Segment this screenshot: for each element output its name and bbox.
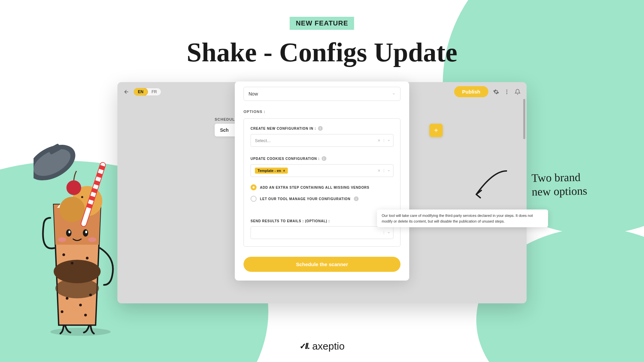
svg-point-31	[83, 229, 88, 237]
config-modal: Now OPTIONS : CREATE NEW CONFIGURATION I…	[235, 81, 409, 281]
svg-point-30	[66, 229, 71, 237]
svg-point-12	[61, 310, 63, 313]
chevron-down-icon	[392, 92, 395, 96]
svg-point-16	[81, 196, 83, 198]
remove-tag-icon[interactable]: ×	[283, 169, 285, 173]
page-title: Shake - Configs Update	[187, 37, 458, 68]
svg-point-10	[79, 304, 82, 306]
select-placeholder: Select...	[251, 138, 374, 143]
svg-point-7	[71, 262, 73, 264]
logo-checkmark-icon: ✓//.	[300, 342, 309, 351]
info-icon[interactable]: i	[354, 196, 359, 201]
info-icon[interactable]: i	[318, 126, 323, 131]
topbar-left: EN FR	[123, 88, 161, 96]
select-arrow[interactable]	[384, 231, 393, 234]
svg-point-34	[58, 237, 66, 242]
scrollbar[interactable]	[523, 99, 525, 139]
svg-point-2	[506, 93, 507, 94]
plus-icon: +	[434, 127, 438, 134]
chevron-down-icon	[387, 231, 390, 234]
tooltip: Our tool will take care of modifying the…	[377, 209, 548, 227]
gear-icon[interactable]	[493, 89, 499, 95]
update-config-select[interactable]: Template - en × ×	[251, 164, 393, 177]
radio-unchecked-icon	[251, 196, 257, 202]
svg-point-13	[84, 314, 87, 316]
select-arrow[interactable]	[384, 169, 393, 172]
options-heading: OPTIONS :	[244, 110, 400, 114]
create-config-label: CREATE NEW CONFIGURATION IN : i	[251, 126, 393, 131]
radio-option-auto-manage[interactable]: LET OUR TOOL MANAGE YOUR CONFIGURATION i	[251, 196, 393, 202]
emails-label: SEND RESULTS TO EMAILS : (OPTIONAL) :	[251, 219, 393, 223]
clear-icon[interactable]: ×	[374, 138, 384, 143]
update-config-label: UPDATE COOKIES CONFIGURATION : i	[251, 156, 393, 161]
svg-point-1	[506, 91, 507, 92]
schedule-time-select[interactable]: Now	[244, 87, 400, 101]
selected-tag-container: Template - en ×	[251, 168, 374, 174]
svg-point-33	[85, 231, 87, 233]
radio-checked-icon	[251, 184, 257, 190]
svg-point-35	[88, 237, 96, 242]
svg-point-0	[506, 89, 507, 90]
publish-button[interactable]: Publish	[454, 86, 488, 97]
app-window: EN FR Publish SCHEDULE Sch + Now OPTIONS…	[117, 82, 527, 303]
annotation-text: Two brand new options	[531, 171, 587, 199]
svg-point-11	[89, 294, 92, 296]
brand-name: axeptio	[312, 341, 345, 352]
language-switcher[interactable]: EN FR	[133, 88, 161, 96]
lang-en[interactable]: EN	[133, 88, 148, 96]
lang-fr[interactable]: FR	[148, 88, 161, 96]
chevron-down-icon	[387, 139, 390, 142]
select-arrow[interactable]	[384, 139, 393, 142]
schedule-label: SCHEDULE	[215, 117, 238, 121]
svg-point-9	[66, 297, 68, 300]
options-panel: CREATE NEW CONFIGURATION IN : i Select..…	[244, 118, 400, 247]
now-value: Now	[249, 91, 258, 97]
info-icon[interactable]: i	[322, 156, 326, 161]
new-feature-badge: NEW FEATURE	[290, 17, 354, 30]
mascot-illustration	[34, 131, 134, 339]
annotation-arrow-icon	[470, 164, 510, 204]
schedule-scanner-button[interactable]: Schedule the scanner	[244, 257, 400, 272]
svg-point-8	[86, 257, 89, 259]
topbar-right: Publish	[454, 86, 521, 97]
brand-logo: ✓//. axeptio	[300, 341, 345, 352]
svg-point-3	[50, 328, 111, 336]
emails-select[interactable]	[251, 226, 393, 239]
svg-point-15	[59, 197, 85, 222]
svg-point-5	[55, 278, 99, 298]
add-button[interactable]: +	[429, 124, 443, 137]
svg-point-6	[62, 253, 65, 256]
clear-icon[interactable]: ×	[374, 168, 384, 173]
radio-option-extra-step[interactable]: ADD AN EXTRA STEP CONTAINING ALL MISSING…	[251, 184, 393, 190]
back-arrow-icon[interactable]	[123, 89, 129, 95]
hero: NEW FEATURE Shake - Configs Update	[187, 17, 458, 68]
chevron-down-icon	[387, 169, 390, 172]
svg-point-32	[68, 231, 70, 233]
more-vert-icon[interactable]	[504, 89, 510, 95]
create-config-select[interactable]: Select... ×	[251, 134, 393, 147]
svg-point-19	[66, 180, 81, 195]
template-tag[interactable]: Template - en ×	[255, 168, 288, 174]
bell-icon[interactable]	[515, 89, 521, 95]
